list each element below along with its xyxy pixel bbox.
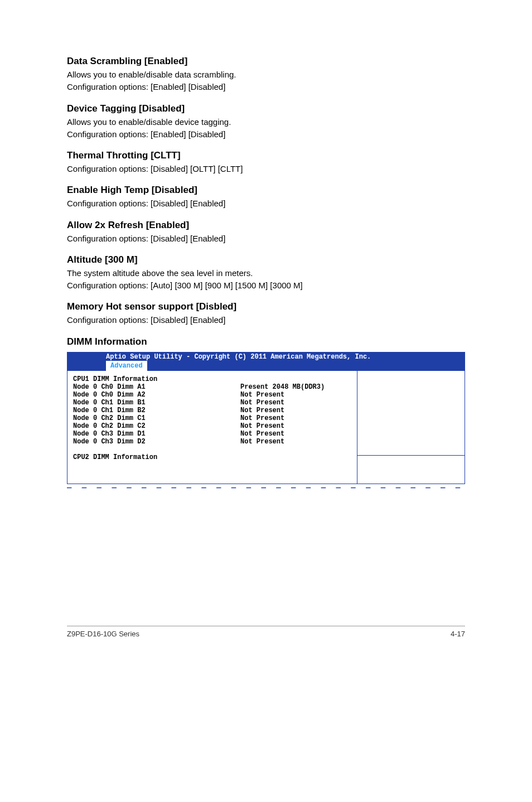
para: Configuration options: [Auto] [300 M] [9… (67, 280, 465, 291)
footer-product: Z9PE-D16-10G Series (67, 630, 139, 638)
bios-help-pane (357, 371, 465, 456)
dimm-value: Not Present (240, 438, 351, 446)
heading-memory-hot-sensor: Memory Hot sensor support [Disbled] (67, 301, 465, 312)
para: The system altitude above the sea level … (67, 268, 465, 279)
dimm-row: Node 0 Ch1 Dimm B1 Not Present (73, 399, 351, 407)
section-altitude: Altitude [300 M] The system altitude abo… (67, 254, 465, 292)
heading-data-scrambling: Data Scrambling [Enabled] (67, 56, 465, 67)
dimm-label: Node 0 Ch3 Dimm D2 (73, 438, 240, 446)
para: Allows you to enable/disable data scramb… (67, 69, 465, 80)
cpu2-heading: CPU2 DIMM Information (73, 453, 351, 461)
bios-legend-pane (357, 456, 465, 484)
dimm-row: Node 0 Ch3 Dimm D1 Not Present (73, 430, 351, 438)
section-thermal-throtting: Thermal Throtting [CLTT] Configuration o… (67, 150, 465, 175)
para: Allows you to enable/disable device tagg… (67, 117, 465, 128)
dimm-value: Not Present (240, 422, 351, 430)
heading-altitude: Altitude [300 M] (67, 254, 465, 265)
bios-left-pane: CPU1 DIMM Information Node 0 Ch0 Dimm A1… (67, 371, 357, 484)
dimm-row: Node 0 Ch0 Dimm A2 Not Present (73, 391, 351, 399)
dimm-label: Node 0 Ch3 Dimm D1 (73, 430, 240, 438)
dimm-row: Node 0 Ch0 Dimm A1 Present 2048 MB(DDR3) (73, 383, 351, 391)
bios-right-pane (357, 371, 465, 484)
para: Configuration options: [Disabled] [Enabl… (67, 315, 465, 326)
dimm-row: Node 0 Ch3 Dimm D2 Not Present (73, 438, 351, 446)
bios-tab-advanced[interactable]: Advanced (106, 361, 147, 371)
section-enable-high-temp: Enable High Temp [Disabled] Configuratio… (67, 185, 465, 209)
section-device-tagging: Device Tagging [Disabled] Allows you to … (67, 103, 465, 141)
para: Configuration options: [Disabled] [OLTT]… (67, 163, 465, 175)
bios-header: Aptio Setup Utility - Copyright (C) 2011… (67, 352, 465, 371)
dimm-value: Not Present (240, 391, 351, 399)
page-footer: Z9PE-D16-10G Series 4-17 (67, 626, 465, 638)
para: Configuration options: [Disabled] [Enabl… (67, 233, 465, 244)
heading-enable-high-temp: Enable High Temp [Disabled] (67, 185, 465, 196)
section-dimm-information: DIMM Information (67, 336, 465, 347)
dimm-label: Node 0 Ch2 Dimm C2 (73, 422, 240, 430)
bios-screenshot: Aptio Setup Utility - Copyright (C) 2011… (67, 352, 465, 492)
bios-tabs: Advanced (67, 361, 465, 371)
dimm-label: Node 0 Ch1 Dimm B2 (73, 407, 240, 414)
heading-allow-2x-refresh: Allow 2x Refresh [Enabled] (67, 220, 465, 231)
para: Configuration options: [Disabled] [Enabl… (67, 198, 465, 209)
para: Configuration options: [Enabled] [Disabl… (67, 81, 465, 93)
dimm-row: Node 0 Ch2 Dimm C2 Not Present (73, 422, 351, 430)
dimm-row: Node 0 Ch1 Dimm B2 Not Present (73, 407, 351, 414)
heading-dimm-information: DIMM Information (67, 336, 465, 347)
heading-thermal-throtting: Thermal Throtting [CLTT] (67, 150, 465, 161)
cpu1-heading: CPU1 DIMM Information (73, 375, 351, 383)
dimm-label: Node 0 Ch0 Dimm A1 (73, 383, 240, 391)
heading-device-tagging: Device Tagging [Disabled] (67, 103, 465, 114)
dimm-value: Not Present (240, 399, 351, 407)
section-data-scrambling: Data Scrambling [Enabled] Allows you to … (67, 56, 465, 93)
bios-title: Aptio Setup Utility - Copyright (C) 2011… (67, 353, 465, 361)
dimm-label: Node 0 Ch2 Dimm C1 (73, 414, 240, 422)
section-memory-hot-sensor: Memory Hot sensor support [Disbled] Conf… (67, 301, 465, 326)
dimm-label: Node 0 Ch1 Dimm B1 (73, 399, 240, 407)
dimm-value: Not Present (240, 407, 351, 414)
dimm-value: Present 2048 MB(DDR3) (240, 383, 351, 391)
dimm-row: Node 0 Ch2 Dimm C1 Not Present (73, 414, 351, 422)
dimm-value: Not Present (240, 414, 351, 422)
dimm-value: Not Present (240, 430, 351, 438)
dimm-label: Node 0 Ch0 Dimm A2 (73, 391, 240, 399)
section-allow-2x-refresh: Allow 2x Refresh [Enabled] Configuration… (67, 220, 465, 244)
para: Configuration options: [Enabled] [Disabl… (67, 129, 465, 140)
footer-page-number: 4-17 (451, 630, 465, 638)
bios-body: CPU1 DIMM Information Node 0 Ch0 Dimm A1… (67, 371, 465, 484)
bios-torn-edge: — — — — — — — — — — — — — — — — — — — — … (67, 483, 465, 492)
